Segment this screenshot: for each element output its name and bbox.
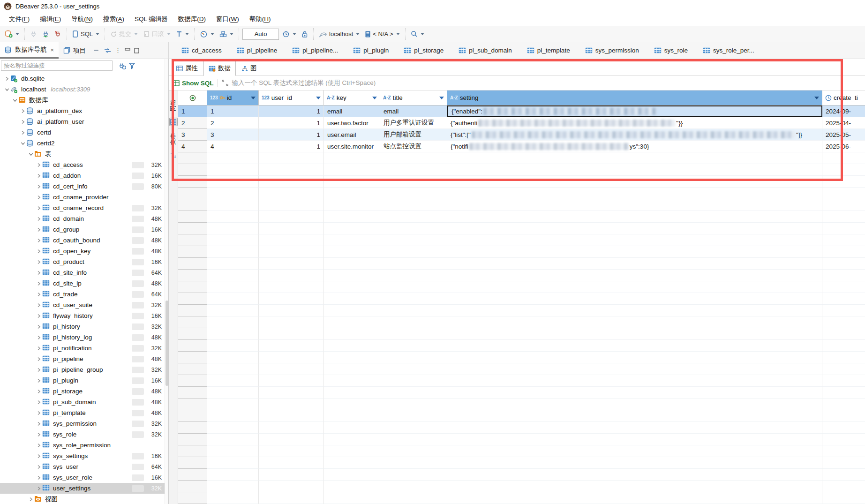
row-selector-header[interactable]	[178, 90, 207, 105]
tree-item-sys_role[interactable]: sys_role32K	[0, 429, 165, 440]
text-presentation-icon[interactable]	[169, 151, 178, 160]
cell-setting[interactable]: {"notifiys":30}	[447, 141, 822, 152]
cell-id[interactable]: 3	[207, 129, 259, 141]
chevron-right-icon[interactable]	[28, 497, 34, 502]
chevron-down-icon[interactable]	[12, 98, 18, 102]
presentation-text-label[interactable]: 文本	[170, 131, 177, 147]
tree-item-sys_role_permission[interactable]: sys_role_permission	[0, 440, 165, 451]
editor-tab-pi_pipeline[interactable]: pi_pipeline	[231, 47, 284, 54]
chevron-right-icon[interactable]	[4, 76, 10, 81]
column-header-id[interactable]: 123id	[207, 90, 259, 105]
chevron-right-icon[interactable]	[36, 314, 42, 318]
cell-id[interactable]: 4	[207, 141, 259, 152]
chevron-right-icon[interactable]	[36, 324, 42, 329]
chevron-down-icon[interactable]	[4, 88, 10, 91]
chevron-right-icon[interactable]	[36, 238, 42, 243]
chevron-right-icon[interactable]	[36, 292, 42, 297]
maximize-icon[interactable]	[134, 48, 139, 53]
connection-filter-input[interactable]	[1, 60, 113, 71]
grid-presentation-icon[interactable]	[169, 118, 178, 126]
show-connected-icon[interactable]	[118, 62, 127, 70]
cell-create-time[interactable]: 2025-04-	[822, 117, 865, 129]
tree-item-cd_user_suite[interactable]: cd_user_suite32K	[0, 300, 165, 310]
chevron-right-icon[interactable]	[36, 227, 42, 232]
menu-item-1[interactable]: 编辑(E)	[35, 13, 66, 25]
tree-item-cd_cert_info[interactable]: cd_cert_info80K	[0, 181, 165, 192]
tree-item-cd_oauth_bound[interactable]: cd_oauth_bound48K	[0, 235, 165, 246]
commit-mode-input[interactable]	[242, 29, 279, 40]
collapse-all-icon[interactable]	[93, 48, 100, 53]
tree-item-cd_open_key[interactable]: cd_open_key48K	[0, 246, 165, 256]
view-tab-2[interactable]: 图	[237, 61, 262, 75]
editor-tab-cd_access[interactable]: cd_access	[175, 47, 228, 54]
cell-create-time[interactable]: 2025-06-	[822, 141, 865, 152]
column-filter-caret[interactable]	[251, 97, 256, 99]
tree-item-表[interactable]: 表	[0, 149, 165, 159]
chevron-right-icon[interactable]	[36, 443, 42, 448]
editor-tab-pi_storage[interactable]: pi_storage	[398, 47, 450, 54]
cell-setting[interactable]: {"enabled":	[447, 105, 822, 117]
chevron-right-icon[interactable]	[36, 206, 42, 211]
row-number[interactable]: 4	[178, 141, 207, 152]
active-connection-caret[interactable]	[356, 33, 360, 35]
chevron-right-icon[interactable]	[36, 378, 42, 383]
presentation-grid-label[interactable]: 网格	[170, 97, 177, 113]
commit-caret[interactable]	[134, 33, 138, 35]
editor-tab-pi_sub_domain[interactable]: pi_sub_domain	[452, 47, 518, 54]
menu-item-7[interactable]: 帮助(H)	[244, 13, 276, 25]
tree-item-cd_domain[interactable]: cd_domain48K	[0, 213, 165, 224]
tree-item-ai_platform_dex[interactable]: ai_platform_dex	[0, 105, 165, 116]
tree-item-pi_template[interactable]: pi_template48K	[0, 407, 165, 418]
tree-item-flyway_history[interactable]: flyway_history16K	[0, 310, 165, 321]
row-number[interactable]: 3	[178, 129, 207, 141]
chevron-right-icon[interactable]	[20, 130, 26, 135]
tree-item-数据库[interactable]: 数据库	[0, 95, 165, 105]
minimize-icon[interactable]	[125, 48, 130, 53]
chevron-right-icon[interactable]	[36, 260, 42, 264]
cell-title[interactable]: 站点监控设置	[380, 141, 447, 152]
editor-tab-sys_permission[interactable]: sys_permission	[579, 47, 645, 54]
tree-item-sys_user[interactable]: sys_user64K	[0, 461, 165, 472]
chevron-right-icon[interactable]	[36, 195, 42, 200]
tree-item-pi_sub_domain[interactable]: pi_sub_domain48K	[0, 397, 165, 407]
close-navigator-icon[interactable]: ×	[51, 46, 54, 53]
chevron-right-icon[interactable]	[36, 368, 42, 372]
search-button[interactable]	[409, 29, 426, 39]
chevron-right-icon[interactable]	[36, 411, 42, 415]
view-tab-0[interactable]: 属性	[172, 61, 203, 75]
chevron-right-icon[interactable]	[36, 303, 42, 308]
tree-item-cd_access[interactable]: cd_access32K	[0, 159, 165, 170]
column-header-setting[interactable]: A·Zsetting	[447, 90, 822, 105]
row-number[interactable]: 1	[178, 105, 207, 117]
chevron-right-icon[interactable]	[36, 400, 42, 405]
refresh-caret[interactable]	[293, 33, 296, 35]
tree-item-db.sqlite[interactable]: db.sqlite	[0, 73, 165, 84]
chevron-right-icon[interactable]	[36, 421, 42, 426]
transaction-mode-caret[interactable]	[185, 33, 189, 35]
cell-create-time[interactable]: 2025-05-	[822, 129, 865, 141]
menu-item-0[interactable]: 文件(F)	[4, 13, 35, 25]
filter-expression-input[interactable]: 输入一个 SQL 表达式来过滤结果 (使用 Ctrl+Space)	[232, 79, 376, 87]
performance-button[interactable]	[198, 29, 216, 39]
chevron-right-icon[interactable]	[36, 217, 42, 221]
commit-button[interactable]: 提交	[108, 29, 140, 40]
performance-caret[interactable]	[211, 33, 214, 35]
tree-item-certd[interactable]: certd	[0, 127, 165, 138]
editor-tab-sys_role_per[interactable]: sys_role_per...	[697, 47, 760, 54]
cell-title[interactable]: email	[380, 105, 447, 117]
tree-item-localhost[interactable]: localhostlocalhost:3309	[0, 84, 165, 95]
chevron-right-icon[interactable]	[36, 475, 42, 480]
tree-item-certd2[interactable]: certd2	[0, 138, 165, 149]
cell-title[interactable]: 用户多重认证设置	[380, 117, 447, 129]
connect-button[interactable]	[28, 29, 39, 39]
column-filter-caret[interactable]	[439, 97, 444, 99]
editor-tab-sys_role[interactable]: sys_role	[648, 47, 694, 54]
menu-item-6[interactable]: 窗口(W)	[211, 13, 244, 25]
lock-button[interactable]	[300, 29, 310, 39]
tree-item-cd_site_ip[interactable]: cd_site_ip48K	[0, 278, 165, 289]
tree-item-pi_notification[interactable]: pi_notification32K	[0, 343, 165, 354]
tree-item-pi_history[interactable]: pi_history32K	[0, 321, 165, 332]
tree-item-cd_site_info[interactable]: cd_site_info64K	[0, 267, 165, 278]
menu-item-3[interactable]: 搜索(A)	[98, 13, 129, 25]
show-sql-button[interactable]: Show SQL	[173, 80, 214, 87]
